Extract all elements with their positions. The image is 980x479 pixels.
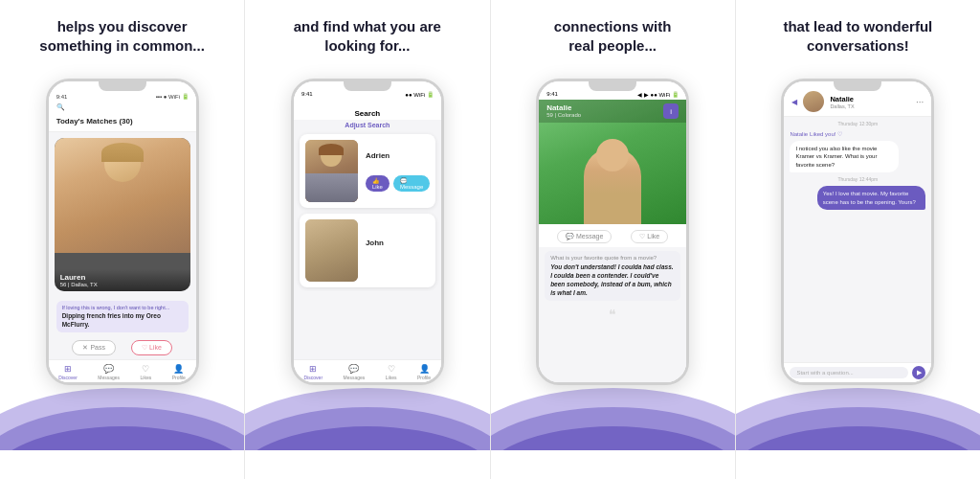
status-time-3: 9:41 <box>546 91 558 98</box>
panel-4: that lead to wonderful conversations! ◀ … <box>735 0 980 479</box>
nav-discover-2[interactable]: ⊞ Discover <box>304 364 323 380</box>
matches-count: (30) <box>119 117 132 125</box>
status-time-2: 9:41 <box>301 91 313 98</box>
message-button-2[interactable]: 💬 Message <box>393 175 430 192</box>
bio-bold: Dipping french fries into my Oreo McFlur… <box>62 312 183 329</box>
more-options-icon[interactable]: ··· <box>916 97 924 107</box>
like-button-1[interactable]: ♡ Like <box>131 340 172 355</box>
nav-likes-2[interactable]: ♡ Likes <box>386 364 397 380</box>
status-icons-1: ▪▪▪ ● WiFi 🔋 <box>156 93 189 100</box>
panel4-heading: that lead to wonderful conversations! <box>783 17 932 67</box>
chat-location: Dallas, TX <box>830 103 910 109</box>
search-header: Search <box>294 100 441 120</box>
chat-input[interactable]: Start with a question... <box>790 367 908 378</box>
card-name-adrien: Adrien <box>366 151 430 160</box>
nav-profile-2[interactable]: 👤 Profile <box>417 364 431 380</box>
adjust-search[interactable]: Adjust Search <box>294 120 441 130</box>
panel2-heading: and find what you are looking for... <box>294 17 441 67</box>
nav-profile-1[interactable]: 👤 Profile <box>172 364 186 380</box>
nav-messages-2[interactable]: 💬 Messages <box>344 364 366 380</box>
panel1-heading: helps you discover something in common..… <box>39 17 205 67</box>
panel3-heading: connections with real people... <box>554 17 672 67</box>
like-button-3[interactable]: ♡ Like <box>631 230 668 243</box>
bio-intro: If loving this is wrong, I don't want to… <box>62 305 183 310</box>
status-time-1: 9:41 <box>56 94 68 100</box>
panel-1: helps you discover something in common..… <box>0 0 244 479</box>
nav-discover-1[interactable]: ⊞ Discover <box>58 364 77 380</box>
search-icon-1: 🔍 <box>56 103 65 111</box>
chat-bubble-received-1: I noticed you also like the movie Kramer… <box>790 141 899 172</box>
matches-title: Today's Matches <box>56 117 118 125</box>
nav-likes-1[interactable]: ♡ Likes <box>141 364 152 380</box>
pass-button[interactable]: ✕ Pass <box>72 340 116 355</box>
chat-name: Natalie <box>830 95 910 103</box>
nav-messages-1[interactable]: 💬 Messages <box>98 364 120 380</box>
profile-age-3: 59 | Colorado <box>546 112 581 118</box>
send-button[interactable]: ▶ <box>912 366 925 379</box>
liked-notification: Natalie Liked you! ♡ <box>790 130 925 137</box>
quote-icon: ❝ <box>539 307 686 322</box>
panel-3: connections with real people... 9:41 ◀ ▶… <box>490 0 735 479</box>
question-label-3: What is your favorite quote from a movie… <box>550 255 675 261</box>
chat-bubble-sent-1: Yes! I love that movie. My favorite scen… <box>817 186 926 210</box>
status-icons-3: ◀ ▶ ●● WiFi 🔋 <box>637 91 679 98</box>
like-button-2[interactable]: 👍 Like <box>366 175 390 192</box>
profile-name-3: Natalie <box>546 103 581 112</box>
chat-timestamp-2: Thursday 12:44pm <box>790 176 925 182</box>
back-icon-4[interactable]: ◀ <box>791 98 797 106</box>
card-name-john: John <box>366 239 430 247</box>
card-name-1: Lauren <box>60 273 185 282</box>
card-info-1: 56 | Dallas, TX <box>60 282 185 287</box>
message-button-3[interactable]: 💬 Message <box>557 230 612 243</box>
status-icons-2: ●● WiFi 🔋 <box>405 91 434 98</box>
chat-timestamp-1: Thursday 12:30pm <box>790 121 925 126</box>
chat-avatar <box>803 91 824 112</box>
question-text-3: You don't understand! I coulda had class… <box>550 262 675 297</box>
panel-2: and find what you are looking for... 9:4… <box>244 0 489 479</box>
